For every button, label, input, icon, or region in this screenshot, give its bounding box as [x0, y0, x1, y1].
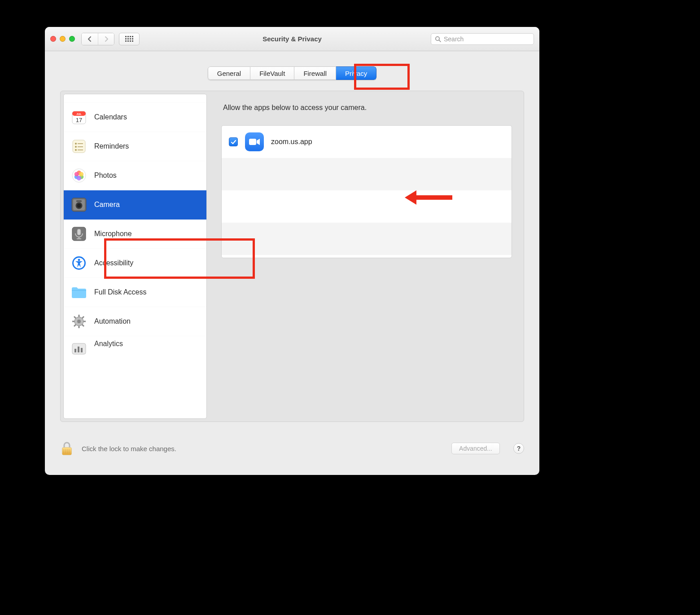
svg-text:JUL: JUL	[76, 113, 82, 115]
search-input[interactable]	[444, 35, 530, 43]
svg-rect-28	[77, 229, 81, 235]
app-row-empty	[222, 223, 512, 255]
svg-line-40	[74, 316, 76, 318]
svg-rect-24	[76, 200, 82, 202]
gear-icon	[70, 312, 88, 330]
privacy-category-sidebar[interactable]: Contacts JUL17 Calendars Reminders	[63, 94, 207, 419]
sidebar-item-label: Analytics	[94, 340, 123, 348]
svg-text:17: 17	[76, 117, 82, 123]
svg-line-41	[82, 325, 84, 326]
zoom-icon	[245, 132, 264, 151]
svg-rect-47	[81, 348, 83, 352]
app-checkbox[interactable]	[229, 137, 238, 146]
help-button[interactable]: ?	[513, 443, 524, 454]
zoom-button[interactable]	[69, 36, 75, 42]
tab-filevault[interactable]: FileVault	[250, 66, 294, 80]
show-all-button[interactable]	[119, 33, 140, 45]
tab-label: General	[217, 70, 241, 77]
svg-point-26	[77, 204, 81, 208]
sidebar-item-calendars[interactable]: JUL17 Calendars	[64, 103, 206, 132]
tab-firewall[interactable]: Firewall	[294, 66, 336, 80]
close-button[interactable]	[50, 36, 56, 42]
sidebar-item-full-disk-access[interactable]: Full Disk Access	[64, 278, 206, 307]
lock-text: Click the lock to make changes.	[82, 445, 443, 452]
tab-privacy[interactable]: Privacy	[336, 66, 376, 80]
folder-icon	[70, 283, 88, 301]
sidebar-item-label: Automation	[94, 317, 131, 325]
sidebar-item-automation[interactable]: Automation	[64, 307, 206, 336]
footer: Click the lock to make changes. Advanced…	[45, 422, 539, 475]
tab-label: Firewall	[303, 70, 327, 77]
svg-point-11	[75, 146, 77, 148]
app-row-zoom[interactable]: zoom.us.app	[222, 126, 512, 158]
content-pane: Allow the apps below to access your came…	[210, 91, 524, 422]
calendar-icon: JUL17	[70, 108, 88, 126]
accessibility-icon	[70, 254, 88, 272]
sidebar-item-label: Full Disk Access	[94, 288, 146, 296]
svg-rect-45	[74, 349, 76, 352]
sidebar-item-accessibility[interactable]: Accessibility	[64, 249, 206, 278]
analytics-icon	[70, 340, 88, 358]
app-permission-list[interactable]: zoom.us.app	[221, 125, 512, 258]
search-icon	[435, 36, 441, 42]
svg-point-19	[79, 172, 83, 176]
sidebar-item-label: Camera	[94, 201, 120, 209]
camera-icon	[70, 196, 88, 214]
tab-bar: General FileVault Firewall Privacy	[45, 51, 539, 80]
svg-line-1	[439, 40, 441, 42]
preferences-window: Security & Privacy General FileVault Fir…	[45, 27, 539, 475]
sidebar-item-label: Accessibility	[94, 259, 133, 267]
svg-line-42	[82, 316, 84, 318]
minimize-button[interactable]	[60, 36, 66, 42]
sidebar-item-reminders[interactable]: Reminders	[64, 132, 206, 161]
forward-button[interactable]	[98, 33, 114, 45]
microphone-icon	[70, 225, 88, 243]
app-name-label: zoom.us.app	[271, 138, 312, 146]
tab-label: FileVault	[259, 70, 285, 77]
nav-group	[81, 33, 114, 45]
app-row-empty	[222, 158, 512, 190]
sidebar-item-contacts[interactable]: Contacts	[64, 94, 206, 103]
svg-point-9	[75, 143, 77, 145]
sidebar-item-camera[interactable]: Camera	[64, 190, 206, 220]
svg-point-20	[74, 172, 79, 176]
help-label: ?	[517, 445, 521, 452]
reminders-icon	[70, 137, 88, 155]
content-heading: Allow the apps below to access your came…	[223, 104, 510, 112]
search-field[interactable]	[431, 33, 534, 45]
svg-line-43	[74, 325, 76, 326]
sidebar-item-label: Reminders	[94, 142, 129, 150]
window-controls	[50, 36, 75, 42]
sidebar-item-analytics[interactable]: Analytics	[64, 336, 206, 358]
lock-icon[interactable]	[60, 441, 74, 456]
svg-point-13	[75, 149, 77, 151]
svg-rect-48	[249, 139, 256, 145]
svg-rect-46	[78, 347, 79, 352]
main-panel: Contacts JUL17 Calendars Reminders	[60, 91, 524, 422]
advanced-label: Advanced...	[459, 445, 492, 452]
svg-point-21	[77, 176, 81, 180]
app-row-empty	[222, 190, 512, 223]
svg-point-35	[77, 320, 81, 323]
sidebar-item-label: Photos	[94, 171, 117, 180]
back-button[interactable]	[82, 33, 98, 45]
toolbar: Security & Privacy	[45, 27, 539, 51]
photos-icon	[70, 167, 88, 184]
tab-general[interactable]: General	[208, 66, 250, 80]
sidebar-item-microphone[interactable]: Microphone	[64, 220, 206, 249]
sidebar-item-photos[interactable]: Photos	[64, 161, 206, 190]
advanced-button[interactable]: Advanced...	[451, 443, 500, 454]
contacts-icon	[70, 94, 88, 97]
sidebar-item-label: Calendars	[94, 113, 127, 121]
sidebar-item-label: Microphone	[94, 230, 132, 238]
tab-label: Privacy	[345, 70, 367, 77]
svg-point-33	[78, 259, 80, 261]
grid-icon	[125, 36, 133, 42]
